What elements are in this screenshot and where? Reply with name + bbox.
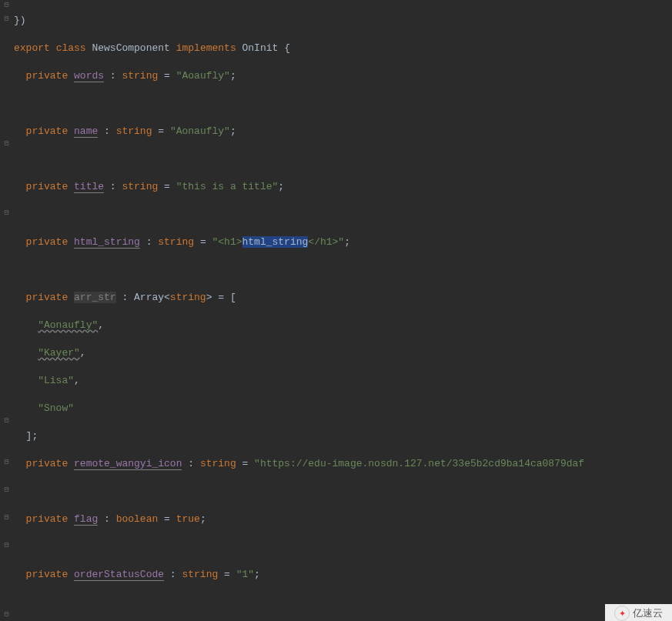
code-line: export class NewsComponent implements On…: [12, 42, 672, 55]
fold-icon[interactable]: ⊟: [3, 542, 10, 549]
fold-icon[interactable]: ⊟: [3, 459, 10, 466]
code-line: private remote_wangyi_icon : string = "h…: [12, 457, 672, 471]
selection: html_string: [242, 236, 309, 248]
fold-icon[interactable]: ⊟: [3, 140, 10, 147]
code-area[interactable]: }) export class NewsComponent implements…: [12, 0, 672, 621]
code-line: ];: [12, 429, 672, 443]
code-line: }): [12, 14, 672, 28]
fold-icon[interactable]: ⊟: [3, 15, 10, 22]
fold-icon[interactable]: ⊟: [3, 486, 10, 493]
code-line: [12, 208, 672, 222]
code-line: "Lisa",: [12, 374, 672, 388]
gutter: ⊟ ⊟ ⊟ ⊟ ⊟ ⊟ ⊟ ⊟ ⊟ ⊟: [0, 0, 12, 621]
code-line: [12, 263, 672, 277]
logo-icon: ✦: [614, 606, 630, 621]
fold-icon[interactable]: ⊟: [3, 417, 10, 424]
code-line: private words : string = "Aoaufly";: [12, 69, 672, 83]
code-line: "Aonaufly",: [12, 319, 672, 332]
fold-icon[interactable]: ⊟: [3, 2, 10, 8]
fold-icon[interactable]: ⊟: [3, 514, 10, 521]
code-line: private arr_str : Array<string> = [: [12, 291, 672, 305]
code-line: private flag : boolean = true;: [12, 512, 672, 526]
code-line: [12, 152, 672, 166]
code-line: "Snow": [12, 402, 672, 416]
code-line: private orderStatusCode : string = "1";: [12, 568, 672, 582]
code-line: [12, 97, 672, 111]
code-line: [12, 485, 672, 499]
code-line: private title : string = "this is a titl…: [12, 180, 672, 194]
code-line: "Kayer",: [12, 346, 672, 360]
watermark: ✦ 亿速云: [605, 604, 672, 621]
code-line: private html_string : string = "<h1>html…: [12, 235, 672, 249]
fold-icon[interactable]: ⊟: [3, 611, 10, 618]
code-line: [12, 540, 672, 554]
code-line: private name : string = "Aonaufly";: [12, 125, 672, 139]
code-editor[interactable]: ⊟ ⊟ ⊟ ⊟ ⊟ ⊟ ⊟ ⊟ ⊟ ⊟ }) export class News…: [0, 0, 672, 621]
code-line: [12, 596, 672, 609]
watermark-text: 亿速云: [633, 606, 663, 620]
fold-icon[interactable]: ⊟: [3, 209, 10, 216]
